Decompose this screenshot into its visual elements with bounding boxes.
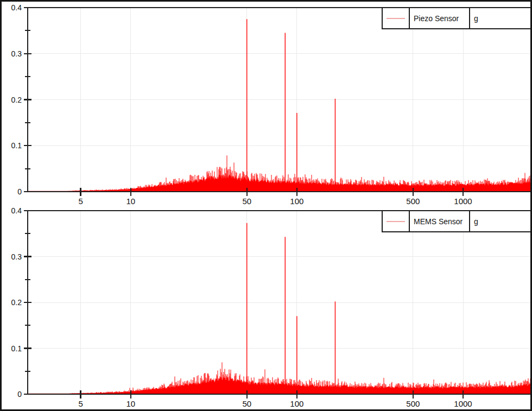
y-tick-label: 0.3 [11, 252, 22, 261]
y-tick-label: 0.2 [11, 298, 22, 307]
legend-box-mems: MEMS Sensor g [382, 210, 532, 232]
legend-sample-cell [383, 211, 410, 231]
x-tick-label: 500 [406, 197, 420, 206]
y-tick-label: 0.2 [11, 96, 22, 104]
y-tick-label: 0.1 [11, 344, 22, 353]
legend-box-piezo: Piezo Sensor g [382, 7, 532, 29]
spectrum-trace [28, 155, 531, 192]
spectrum-trace [28, 362, 531, 394]
legend-sample-cell [383, 8, 410, 28]
x-tick-label: 10 [126, 197, 135, 206]
y-tick-label: 0.3 [11, 49, 22, 58]
y-tick-label: 0 [17, 390, 22, 399]
legend-unit-label: g [470, 8, 531, 28]
x-tick-label: 10 [126, 399, 135, 408]
x-tick-label: 1000 [454, 399, 472, 408]
legend-series-label: MEMS Sensor [410, 211, 470, 231]
x-tick-label: 100 [290, 197, 303, 206]
charts-canvas: 51050100500100000.10.20.30.4510501005001… [2, 2, 532, 411]
x-tick-label: 50 [242, 197, 251, 206]
y-tick-label: 0 [17, 187, 22, 196]
y-tick-label: 0.1 [11, 141, 22, 150]
legend-series-label: Piezo Sensor [410, 8, 470, 28]
legend-line-sample [387, 18, 405, 19]
y-tick-label: 0.4 [11, 206, 22, 215]
x-tick-label: 100 [290, 399, 303, 408]
spectrum-figure: 51050100500100000.10.20.30.4510501005001… [0, 0, 532, 411]
y-tick-label: 0.4 [11, 3, 22, 12]
x-tick-label: 500 [406, 399, 420, 408]
x-tick-label: 5 [78, 399, 83, 408]
x-tick-label: 5 [78, 197, 83, 206]
legend-unit-label: g [470, 211, 531, 231]
x-tick-label: 1000 [454, 197, 472, 206]
legend-line-sample [387, 221, 405, 222]
x-tick-label: 50 [242, 399, 251, 408]
